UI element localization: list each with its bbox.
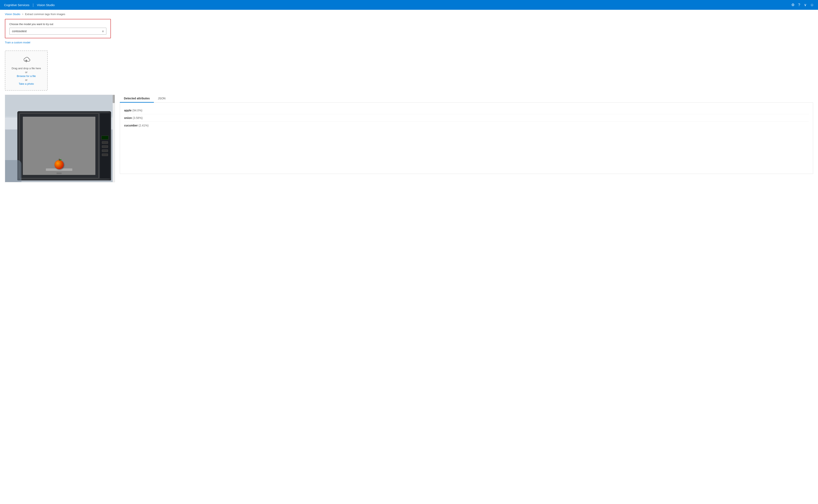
breadcrumb-home-link[interactable]: Vision Studio — [5, 13, 20, 16]
tab-detected-attributes[interactable]: Detected attributes — [120, 95, 154, 103]
attribute-confidence: (3.58%) — [133, 116, 143, 120]
microwave-body — [17, 111, 111, 180]
drag-drop-text: Drag and drop a file here — [9, 67, 43, 70]
main-content: Choose the model you want to try out con… — [0, 17, 818, 187]
person-legs — [5, 160, 21, 182]
train-custom-model-link[interactable]: Train a custom model — [5, 41, 30, 44]
results-tabs: Detected attributes JSON — [120, 95, 813, 103]
uploaded-image — [5, 95, 113, 182]
navbar-brand-section: Cognitive Services | Vision Studio — [4, 3, 55, 7]
attribute-name: onion — [124, 116, 132, 120]
app-name: Vision Studio — [37, 3, 55, 7]
attribute-confidence: (2.41%) — [139, 124, 149, 127]
microwave-door — [19, 113, 99, 178]
microwave-door-inner — [23, 117, 95, 175]
upload-area[interactable]: Drag and drop a file here or Browse for … — [5, 51, 48, 91]
image-scrollbar-thumb[interactable] — [113, 95, 115, 103]
image-scrollbar-track[interactable] — [113, 95, 115, 182]
browse-for-file-link[interactable]: Browse for a file — [17, 75, 36, 78]
model-selection-box: Choose the model you want to try out con… — [5, 19, 111, 38]
panel-btn-4 — [102, 154, 108, 156]
panel-btn-1 — [102, 141, 108, 144]
chevron-down-icon[interactable]: ∨ — [804, 3, 807, 7]
navbar-actions: ⚙ ? ∨ ☺ — [791, 3, 814, 7]
model-select-dropdown[interactable]: contosotest generalmodel — [9, 28, 106, 35]
brand-name: Cognitive Services — [4, 3, 29, 7]
breadcrumb: Vision Studio > Extract common tags from… — [0, 10, 818, 17]
attribute-row: onion (3.58%) — [124, 114, 809, 122]
upload-cloud-icon — [9, 56, 43, 65]
apple-leaf — [59, 159, 62, 161]
image-panel — [5, 95, 115, 182]
attribute-name: cucumber — [124, 124, 138, 127]
tab-json[interactable]: JSON — [154, 95, 169, 103]
settings-icon[interactable]: ⚙ — [791, 3, 795, 7]
attribute-row: cucumber (2.41%) — [124, 122, 809, 129]
navbar: Cognitive Services | Vision Studio ⚙ ? ∨… — [0, 0, 818, 10]
bottom-section: Detected attributes JSON apple (94.0%)on… — [5, 95, 813, 182]
door-handle — [57, 172, 62, 174]
attribute-name: apple — [124, 109, 132, 112]
model-box-label: Choose the model you want to try out — [9, 23, 106, 26]
panel-display — [101, 136, 109, 140]
results-panel: Detected attributes JSON apple (94.0%)on… — [120, 95, 813, 174]
navbar-divider: | — [33, 3, 34, 7]
help-icon[interactable]: ? — [798, 3, 800, 7]
panel-btn-3 — [102, 149, 108, 152]
breadcrumb-separator: > — [22, 13, 23, 16]
apple — [55, 160, 64, 169]
model-select-wrapper: contosotest generalmodel ∨ — [9, 28, 106, 35]
attribute-row: apple (94.0%) — [124, 107, 809, 114]
microwave-control-panel — [100, 113, 110, 178]
user-icon[interactable]: ☺ — [810, 3, 814, 7]
upload-or-2: or — [9, 78, 43, 81]
attribute-confidence: (94.0%) — [132, 109, 142, 112]
breadcrumb-current: Extract common tags from images — [25, 13, 65, 16]
upload-or-1: or — [9, 71, 43, 74]
results-content: apple (94.0%)onion (3.58%)cucumber (2.41… — [120, 103, 813, 174]
panel-btn-2 — [102, 145, 108, 148]
take-photo-link[interactable]: Take a photo — [19, 82, 34, 85]
